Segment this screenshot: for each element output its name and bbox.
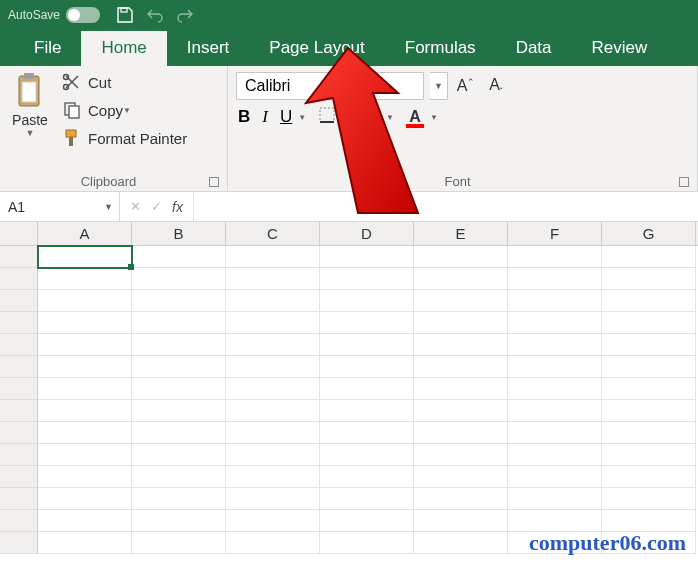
tab-formulas[interactable]: Formulas — [385, 31, 496, 66]
row-header[interactable] — [0, 334, 38, 356]
cell[interactable] — [414, 378, 508, 400]
cell[interactable] — [38, 246, 132, 268]
decrease-font-button[interactable]: A — [484, 76, 508, 96]
cell[interactable] — [320, 510, 414, 532]
cell[interactable] — [414, 488, 508, 510]
enter-icon[interactable]: ✓ — [151, 199, 162, 214]
cell[interactable] — [414, 312, 508, 334]
dialog-launcher-icon[interactable] — [679, 177, 689, 187]
chevron-down-icon[interactable]: ▼ — [298, 113, 306, 122]
format-painter-button[interactable]: Format Painter — [58, 126, 191, 150]
column-header[interactable]: D — [320, 222, 414, 245]
cell[interactable] — [38, 268, 132, 290]
column-header[interactable]: G — [602, 222, 696, 245]
font-color-button[interactable]: A — [406, 108, 424, 126]
cell[interactable] — [38, 488, 132, 510]
cell[interactable] — [602, 378, 696, 400]
cell[interactable] — [132, 532, 226, 554]
cell[interactable] — [320, 290, 414, 312]
select-all-corner[interactable] — [0, 222, 38, 245]
autosave-toggle[interactable]: AutoSave Off — [8, 7, 100, 23]
cell[interactable] — [414, 444, 508, 466]
cell[interactable] — [508, 378, 602, 400]
tab-page-layout[interactable]: Page Layout — [249, 31, 384, 66]
cell[interactable] — [508, 312, 602, 334]
cell[interactable] — [132, 378, 226, 400]
cell[interactable] — [226, 312, 320, 334]
cell[interactable] — [226, 334, 320, 356]
cell[interactable] — [602, 510, 696, 532]
cell[interactable] — [414, 466, 508, 488]
row-header[interactable] — [0, 246, 38, 268]
chevron-down-icon[interactable]: ▼ — [342, 113, 350, 122]
cell[interactable] — [226, 400, 320, 422]
cell[interactable] — [320, 378, 414, 400]
cell[interactable] — [602, 466, 696, 488]
row-header[interactable] — [0, 532, 38, 554]
cell[interactable] — [38, 444, 132, 466]
row-header[interactable] — [0, 444, 38, 466]
cell[interactable] — [226, 466, 320, 488]
increase-font-button[interactable]: A — [454, 77, 478, 95]
cell[interactable] — [226, 378, 320, 400]
cell[interactable] — [320, 334, 414, 356]
tab-review[interactable]: Review — [572, 31, 668, 66]
cell[interactable] — [602, 422, 696, 444]
cell[interactable] — [226, 356, 320, 378]
cell[interactable] — [226, 246, 320, 268]
cell[interactable] — [38, 510, 132, 532]
fx-icon[interactable]: fx — [172, 199, 183, 215]
cell[interactable] — [132, 312, 226, 334]
cell[interactable] — [320, 444, 414, 466]
cell[interactable] — [602, 356, 696, 378]
cell[interactable] — [320, 312, 414, 334]
row-header[interactable] — [0, 510, 38, 532]
cell[interactable] — [320, 268, 414, 290]
cell[interactable] — [320, 356, 414, 378]
cell[interactable] — [508, 444, 602, 466]
cell[interactable] — [38, 378, 132, 400]
italic-button[interactable]: I — [262, 107, 268, 127]
cell[interactable] — [508, 400, 602, 422]
cell[interactable] — [226, 488, 320, 510]
cell[interactable] — [226, 444, 320, 466]
column-header[interactable]: B — [132, 222, 226, 245]
cell[interactable] — [38, 422, 132, 444]
dialog-launcher-icon[interactable] — [209, 177, 219, 187]
cell[interactable] — [38, 334, 132, 356]
cell[interactable] — [320, 400, 414, 422]
cell[interactable] — [508, 510, 602, 532]
cell[interactable] — [226, 290, 320, 312]
cell[interactable] — [132, 290, 226, 312]
cell[interactable] — [132, 334, 226, 356]
cell[interactable] — [414, 356, 508, 378]
cell[interactable] — [508, 356, 602, 378]
cell[interactable] — [508, 466, 602, 488]
font-dropdown-icon[interactable]: ▼ — [430, 72, 448, 100]
chevron-down-icon[interactable]: ▼ — [430, 113, 438, 122]
column-header[interactable]: A — [38, 222, 132, 245]
cell[interactable] — [132, 444, 226, 466]
cell[interactable] — [414, 422, 508, 444]
cell[interactable] — [414, 400, 508, 422]
cell[interactable] — [132, 268, 226, 290]
cell[interactable] — [38, 356, 132, 378]
bold-button[interactable]: B — [238, 107, 250, 127]
column-header[interactable]: F — [508, 222, 602, 245]
row-header[interactable] — [0, 356, 38, 378]
cell[interactable] — [226, 422, 320, 444]
font-name-selector[interactable]: Calibri — [236, 72, 424, 100]
cell[interactable] — [508, 268, 602, 290]
cell[interactable] — [38, 466, 132, 488]
save-icon[interactable] — [116, 6, 134, 24]
cell[interactable] — [414, 510, 508, 532]
cell[interactable] — [508, 290, 602, 312]
paste-button[interactable]: Paste ▼ — [8, 70, 52, 171]
cell[interactable] — [602, 312, 696, 334]
formula-input[interactable] — [194, 192, 698, 221]
redo-icon[interactable] — [176, 6, 194, 24]
chevron-down-icon[interactable]: ▼ — [386, 113, 394, 122]
cell[interactable] — [226, 510, 320, 532]
cell[interactable] — [602, 268, 696, 290]
tab-data[interactable]: Data — [496, 31, 572, 66]
